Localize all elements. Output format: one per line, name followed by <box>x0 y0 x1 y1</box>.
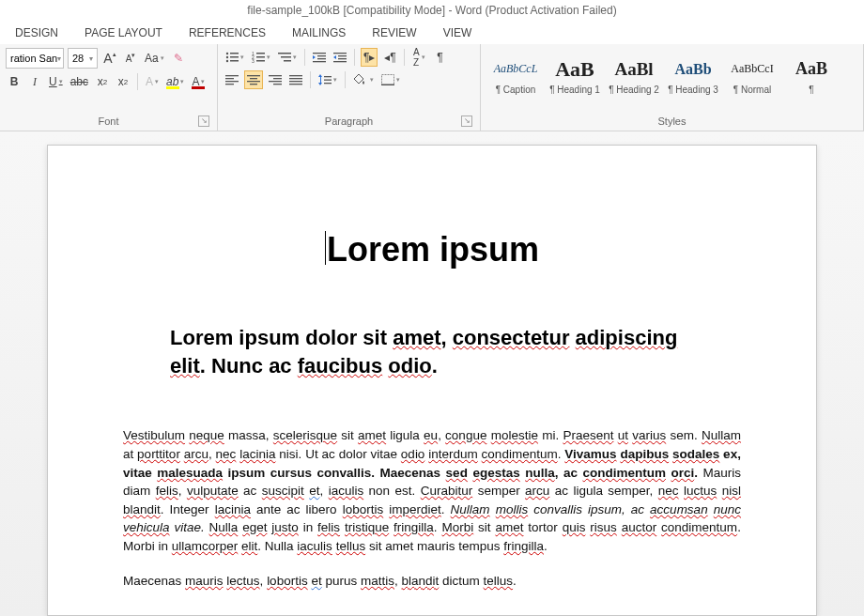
grow-font-button[interactable]: A▴ <box>101 49 118 68</box>
shading-button[interactable] <box>351 70 376 89</box>
svg-rect-37 <box>289 81 302 82</box>
italic-button[interactable]: I <box>26 72 43 91</box>
separator <box>304 49 305 66</box>
bold-button[interactable]: B <box>6 72 23 91</box>
svg-rect-32 <box>273 78 282 79</box>
svg-rect-38 <box>289 84 302 85</box>
pilcrow-icon: ¶ <box>437 51 442 64</box>
paragraph-group: 123 ¶▸ ◂¶ AZ ¶ <box>218 44 481 131</box>
font-group-label: Font↘ <box>6 114 211 129</box>
increase-indent-button[interactable] <box>332 48 348 67</box>
heading-1[interactable]: Lorem ipsum <box>123 230 741 270</box>
style-item-2[interactable]: AaBl¶ Heading 2 <box>605 48 663 102</box>
svg-rect-40 <box>324 76 332 77</box>
svg-rect-36 <box>289 78 302 79</box>
separator <box>345 71 346 88</box>
tab-view[interactable]: VIEW <box>443 26 472 39</box>
change-case-button[interactable]: Aa <box>143 49 166 68</box>
style-preview: AaB <box>795 56 827 83</box>
style-preview: AaBbCcL <box>494 56 538 83</box>
heading-2[interactable]: Lorem ipsum dolor sit amet, consectetur … <box>170 324 713 379</box>
body-paragraph-1[interactable]: Vestibulum neque massa, scelerisque sit … <box>123 426 741 555</box>
tab-design[interactable]: DESIGN <box>15 26 58 39</box>
page[interactable]: Lorem ipsum Lorem ipsum dolor sit amet, … <box>47 145 817 616</box>
font-name-input[interactable]: ration San▾ <box>6 48 64 69</box>
multilevel-icon <box>278 52 291 63</box>
svg-rect-30 <box>250 84 257 85</box>
svg-point-2 <box>226 56 228 58</box>
line-spacing-icon <box>318 74 332 85</box>
svg-rect-29 <box>247 81 260 82</box>
style-preview: AaBbCcI <box>731 56 773 83</box>
font-name-value: ration San <box>10 53 57 64</box>
styles-group: AaBbCcL¶ CaptionAaB¶ Heading 1AaBl¶ Head… <box>481 44 864 131</box>
numbering-button[interactable]: 123 <box>250 48 272 67</box>
svg-rect-23 <box>225 75 239 76</box>
superscript-button[interactable]: x2 <box>115 72 131 91</box>
align-left-icon <box>225 74 239 85</box>
justify-button[interactable] <box>287 70 304 89</box>
svg-rect-34 <box>273 84 282 85</box>
svg-rect-15 <box>313 53 326 54</box>
shrink-font-button[interactable]: A▾ <box>122 49 139 68</box>
rtl-direction-button[interactable]: ◂¶ <box>381 48 398 67</box>
svg-rect-19 <box>333 53 347 54</box>
svg-rect-21 <box>338 58 347 59</box>
align-right-button[interactable] <box>267 70 284 89</box>
subscript-button[interactable]: x2 <box>94 72 111 91</box>
style-item-5[interactable]: AaB¶ <box>782 48 841 102</box>
font-dialog-launcher[interactable]: ↘ <box>198 116 209 127</box>
text-effects-button[interactable]: A <box>144 72 161 91</box>
sort-button[interactable]: AZ <box>410 48 427 67</box>
multilevel-list-button[interactable] <box>276 48 299 67</box>
tab-references[interactable]: REFERENCES <box>189 26 266 39</box>
svg-rect-18 <box>313 61 326 62</box>
font-color-button[interactable]: A <box>190 72 207 91</box>
decrease-indent-button[interactable] <box>311 48 328 67</box>
svg-rect-14 <box>284 60 291 62</box>
style-item-1[interactable]: AaB¶ Heading 1 <box>546 48 604 102</box>
highlight-button[interactable]: ab <box>164 72 186 91</box>
numbering-icon: 123 <box>252 52 265 63</box>
style-item-4[interactable]: AaBbCcI¶ Normal <box>723 48 781 102</box>
underline-button[interactable]: U <box>47 72 65 91</box>
line-spacing-button[interactable] <box>316 70 339 89</box>
style-preview: AaB <box>555 56 594 83</box>
borders-button[interactable] <box>379 70 402 89</box>
svg-rect-31 <box>269 75 282 76</box>
svg-rect-13 <box>281 56 291 58</box>
font-size-input[interactable]: 28▾ <box>68 48 98 69</box>
style-item-3[interactable]: AaBb¶ Heading 3 <box>664 48 722 102</box>
style-name-label: ¶ Caption <box>496 85 536 95</box>
body-paragraph-2[interactable]: Maecenas mauris lectus, lobortis et puru… <box>123 572 741 591</box>
svg-rect-5 <box>230 60 239 62</box>
svg-rect-42 <box>324 83 332 84</box>
title-bar: file-sample_100kB [Compatibility Mode] -… <box>0 0 864 21</box>
svg-rect-22 <box>333 61 347 62</box>
align-right-icon <box>269 74 282 85</box>
tab-page-layout[interactable]: PAGE LAYOUT <box>85 26 162 39</box>
font-group: ration San▾ 28▾ A▴ A▾ Aa ✎ B I U abc x2 … <box>0 44 218 131</box>
bullets-button[interactable] <box>224 48 246 67</box>
align-center-button[interactable] <box>244 70 263 89</box>
strikethrough-button[interactable]: abc <box>69 72 90 91</box>
style-preview: AaBb <box>674 56 711 83</box>
show-marks-button[interactable]: ¶ <box>431 48 448 67</box>
style-preview: AaBl <box>614 56 653 83</box>
svg-rect-28 <box>250 78 257 79</box>
align-left-button[interactable] <box>224 70 240 89</box>
paragraph-dialog-launcher[interactable]: ↘ <box>461 116 472 127</box>
style-item-0[interactable]: AaBbCcL¶ Caption <box>486 48 545 102</box>
clear-formatting-button[interactable]: ✎ <box>170 49 187 68</box>
svg-text:3: 3 <box>252 58 255 63</box>
ltr-direction-button[interactable]: ¶▸ <box>361 48 378 67</box>
tab-mailings[interactable]: MAILINGS <box>292 26 346 39</box>
tab-review[interactable]: REVIEW <box>372 26 416 39</box>
svg-rect-24 <box>225 78 234 79</box>
svg-rect-1 <box>230 53 239 54</box>
style-name-label: ¶ Heading 2 <box>609 85 659 95</box>
bullets-icon <box>225 52 239 63</box>
document-canvas[interactable]: Lorem ipsum Lorem ipsum dolor sit amet, … <box>0 131 864 616</box>
svg-rect-27 <box>247 75 260 76</box>
text-effects-icon: A <box>146 75 153 88</box>
